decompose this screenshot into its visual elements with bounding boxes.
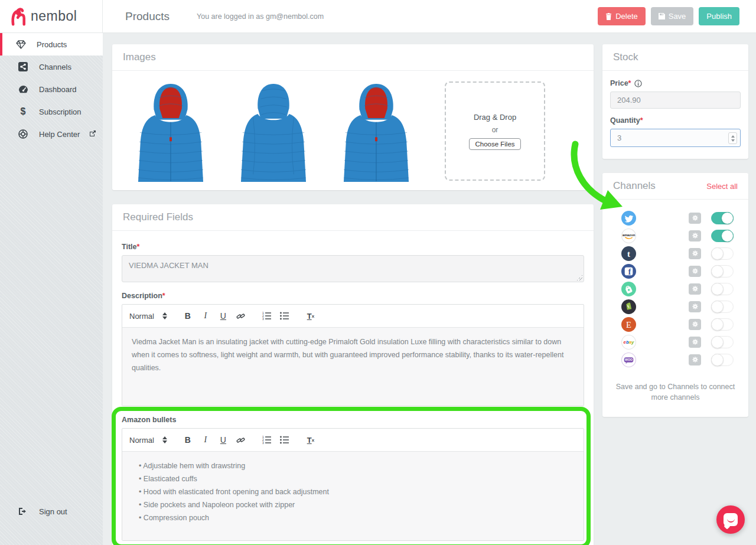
trash-icon [605, 13, 612, 20]
required-fields-card: Required Fields Title* VIEDMA JACKET MAN… [112, 204, 594, 545]
channel-toggle[interactable] [711, 318, 734, 331]
shpock-bag-icon [621, 282, 636, 296]
clear-formatting-button[interactable]: Tx [303, 433, 318, 446]
channel-row-woocommerce: WOO [610, 351, 741, 368]
sign-out-label: Sign out [39, 507, 67, 516]
sidebar-item-dashboard[interactable]: Dashboard [0, 78, 103, 100]
bullet-item: Side pockets and Napoleon pocket with zi… [139, 499, 574, 512]
channel-row-tumblr: t [610, 244, 741, 262]
sidebar-item-label: Dashboard [39, 85, 77, 94]
woocommerce-icon: WOO [621, 353, 636, 367]
description-field-label: Description* [122, 292, 584, 300]
sidebar-item-subscription[interactable]: $ Subscription [0, 100, 103, 123]
description-editor: Normal B I U 123 [122, 304, 584, 406]
sidebar-item-label: Channels [39, 63, 71, 71]
link-button[interactable] [233, 433, 249, 446]
channel-settings-button[interactable] [689, 213, 701, 224]
title-input[interactable]: VIEDMA JACKET MAN [122, 255, 584, 282]
channel-toggle[interactable] [711, 354, 734, 366]
price-input[interactable]: 204.90 [610, 92, 741, 109]
svg-text:E: E [626, 319, 631, 329]
quantity-input[interactable]: 3 [610, 129, 741, 147]
images-body: Drag & Drop or Choose Files [112, 71, 594, 190]
choose-files-button[interactable]: Choose Files [469, 138, 520, 150]
channel-settings-button[interactable] [689, 248, 701, 259]
underline-button[interactable]: U [216, 433, 231, 446]
channel-toggle[interactable] [711, 301, 734, 313]
publish-button[interactable]: Publish [699, 7, 739, 25]
channel-settings-button[interactable] [689, 266, 701, 277]
ordered-list-button[interactable]: 123 [259, 433, 275, 446]
channel-settings-button[interactable] [689, 283, 701, 295]
product-photo-front-2[interactable] [338, 81, 415, 183]
bold-button[interactable]: B [180, 433, 195, 446]
description-editor-toolbar: Normal B I U 123 [122, 305, 584, 328]
floppy-icon [659, 13, 665, 19]
sidebar-item-channels[interactable]: Channels [0, 56, 103, 78]
price-label: Price* [610, 79, 741, 87]
sidebar-item-products[interactable]: Products [0, 33, 103, 56]
sign-out-button[interactable]: Sign out [0, 500, 103, 523]
facebook-icon: f [621, 264, 636, 279]
ordered-list-button[interactable]: 123 [259, 309, 275, 322]
format-dropdown[interactable]: Normal [129, 312, 167, 321]
amazon-bullets-list: Adjustable hem with drawstring Elasticat… [132, 460, 574, 524]
channel-toggle[interactable] [711, 212, 734, 224]
svg-text:3: 3 [262, 441, 264, 444]
sidebar-item-help-center[interactable]: Help Center [0, 123, 103, 145]
bullet-item: Adjustable hem with drawstring [139, 460, 574, 473]
channel-row-facebook: f [610, 262, 741, 280]
dropzone-label: Drag & Drop [474, 113, 516, 122]
channels-card: Channels Select all amazon [602, 173, 748, 417]
italic-button[interactable]: I [198, 433, 213, 446]
select-all-link[interactable]: Select all [706, 182, 738, 191]
ebay-icon: ebay [621, 335, 636, 350]
amazon-bullets-input[interactable]: Adjustable hem with drawstring Elasticat… [122, 452, 584, 540]
italic-button[interactable]: I [198, 309, 213, 322]
shopify-icon [621, 299, 636, 314]
tumblr-icon: t [621, 246, 636, 261]
channel-settings-button[interactable] [689, 319, 701, 330]
channel-settings-button[interactable] [689, 354, 701, 365]
description-input[interactable]: Viedma Jacket Man is an insulating jacke… [122, 328, 584, 406]
channel-toggle[interactable] [711, 247, 734, 260]
amazon-bullets-editor: Normal B I U 123 [122, 428, 584, 541]
clear-formatting-button[interactable]: Tx [303, 309, 318, 322]
channel-row-twitter [610, 209, 741, 227]
channel-toggle[interactable] [711, 265, 734, 278]
product-photo-back[interactable] [235, 81, 312, 183]
underline-button[interactable]: U [216, 309, 231, 322]
amazon-icon: amazon [621, 229, 636, 243]
channel-toggle[interactable] [711, 336, 734, 348]
channel-settings-button[interactable] [689, 230, 701, 242]
sign-out-icon [18, 506, 28, 517]
format-dropdown[interactable]: Normal [129, 436, 167, 445]
channel-settings-button[interactable] [689, 301, 701, 312]
bold-button[interactable]: B [180, 309, 195, 322]
sidebar: Products Channels Dashboard $ Subscripti… [0, 33, 103, 545]
amazon-bullets-toolbar: Normal B I U 123 [122, 429, 584, 452]
info-icon[interactable] [634, 80, 642, 87]
delete-button[interactable]: Delete [598, 7, 646, 25]
amazon-bullets-label: Amazon bullets [122, 416, 584, 424]
channel-toggle[interactable] [711, 230, 734, 242]
save-button[interactable]: Save [651, 7, 694, 25]
channels-card-header: Channels Select all [602, 173, 748, 200]
channel-toggle[interactable] [711, 283, 734, 295]
bullet-list-button[interactable] [277, 309, 292, 322]
chat-widget-button[interactable] [716, 505, 745, 534]
stock-body: Price* 204.90 Quantity* 3 [602, 71, 748, 159]
logo[interactable]: nembol [0, 0, 103, 32]
login-status: You are logged in as gm@nembol.com [197, 12, 324, 21]
required-fields-title: Required Fields [112, 204, 594, 231]
image-dropzone[interactable]: Drag & Drop or Choose Files [445, 81, 545, 181]
required-fields-body: Title* VIEDMA JACKET MAN Description* No… [112, 231, 594, 545]
bullet-list-button[interactable] [277, 433, 292, 446]
channel-settings-button[interactable] [689, 337, 701, 348]
quantity-stepper[interactable] [728, 132, 737, 144]
link-button[interactable] [233, 309, 249, 322]
dashboard-icon [18, 84, 28, 94]
external-link-icon [89, 130, 96, 139]
channels-card-title: Channels [613, 180, 656, 192]
product-photo-front-1[interactable] [132, 81, 209, 183]
